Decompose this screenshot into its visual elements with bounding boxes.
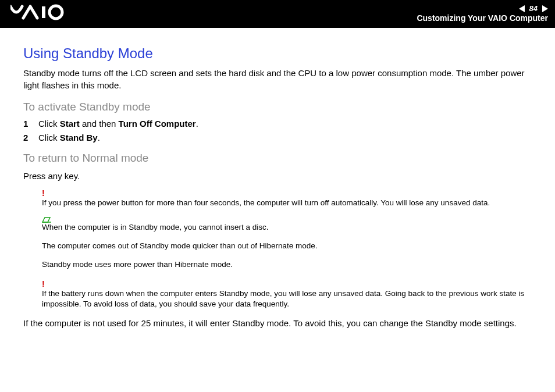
vaio-logo-svg [10,4,74,20]
svg-rect-0 [42,6,45,18]
prev-page-arrow-icon[interactable] [519,5,525,12]
note-text-1: When the computer is in Standby mode, yo… [42,222,535,233]
step-2: 2 Click Stand By. [23,132,535,144]
intro-paragraph: Standby mode turns off the LCD screen an… [23,67,535,91]
svg-point-1 [49,6,62,19]
step-number: 1 [23,118,34,130]
note-text-2: The computer comes out of Standby mode q… [42,241,535,251]
step-text: Click Stand By. [38,133,100,142]
next-page-arrow-icon[interactable] [542,5,548,12]
warning-text-2: If the battery runs down when the comput… [42,288,535,309]
step-text: Click Start and then Turn Off Computer. [38,119,198,129]
footer-paragraph: If the computer is not used for 25 minut… [23,318,535,329]
page-content: Using Standby Mode Standby mode turns of… [0,28,555,329]
header-section-title: Customizing Your VAIO Computer [417,14,548,23]
page-nav: 84 [417,5,548,13]
return-body: Press any key. [23,170,535,182]
notes-block: ! If you press the power button for more… [42,188,535,309]
step-number: 2 [23,132,34,144]
page-number: 84 [528,5,539,13]
warning-text-1: If you press the power button for more t… [42,198,535,208]
header-right: 84 Customizing Your VAIO Computer [417,5,548,23]
document-page: 84 Customizing Your VAIO Computer Using … [0,0,555,392]
note-text-3: Standby mode uses more power than Hibern… [42,259,535,270]
step-1: 1 Click Start and then Turn Off Computer… [23,118,535,130]
header-bar: 84 Customizing Your VAIO Computer [0,0,555,28]
return-heading: To return to Normal mode [23,151,535,166]
vaio-logo [10,4,74,24]
activate-heading: To activate Standby mode [23,99,535,115]
page-title: Using Standby Mode [23,44,535,63]
activate-steps: 1 Click Start and then Turn Off Computer… [23,118,535,144]
